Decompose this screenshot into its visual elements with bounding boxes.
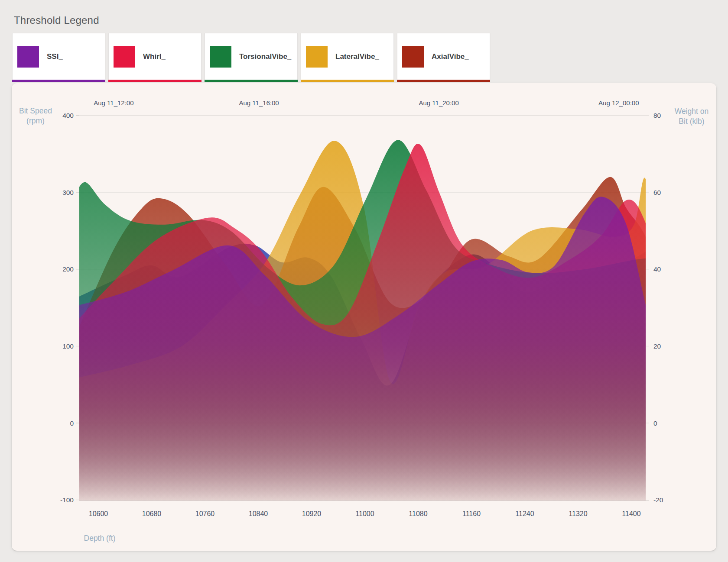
depth-tick-label: 10760 (195, 510, 215, 517)
vibration-depth-chart[interactable]: 4003002001000-100806040200-2010600106801… (0, 0, 728, 562)
depth-tick-label: 10600 (89, 510, 108, 517)
time-tick-label: Aug 11_16:00 (239, 99, 279, 107)
left-axis-tick-label: 200 (62, 265, 74, 273)
depth-tick-label: 10680 (142, 510, 162, 517)
left-axis-tick-label: 400 (62, 112, 74, 119)
right-axis-tick-label: -20 (653, 496, 663, 504)
left-axis-tick-label: 300 (62, 189, 74, 196)
time-tick-label: Aug 11_20:00 (419, 99, 459, 107)
depth-tick-label: 10920 (302, 510, 322, 517)
depth-tick-label: 11080 (409, 510, 427, 517)
left-axis-tick-label: 0 (70, 420, 74, 427)
right-axis-tick-label: 40 (653, 265, 661, 273)
depth-tick-label: 10840 (249, 510, 268, 517)
depth-tick-label: 11400 (622, 510, 640, 517)
series-areas (75, 140, 665, 501)
depth-tick-label: 11160 (462, 510, 481, 517)
time-tick-label: Aug 11_12:00 (94, 99, 133, 107)
right-axis-tick-label: 20 (653, 342, 661, 350)
right-axis-tick-label: 0 (653, 420, 657, 427)
time-tick-label: Aug 12_00:00 (598, 99, 639, 107)
depth-tick-label: 11320 (569, 510, 587, 517)
right-axis-tick-label: 80 (653, 112, 661, 119)
depth-tick-label: 11000 (355, 510, 374, 517)
page: { "page": { "background": "#ECEAE8" }, "… (0, 0, 728, 562)
depth-tick-label: 11240 (515, 510, 534, 517)
left-axis-tick-label: -100 (60, 496, 74, 504)
left-axis-tick-label: 100 (62, 342, 74, 350)
right-axis-tick-label: 60 (653, 189, 661, 196)
